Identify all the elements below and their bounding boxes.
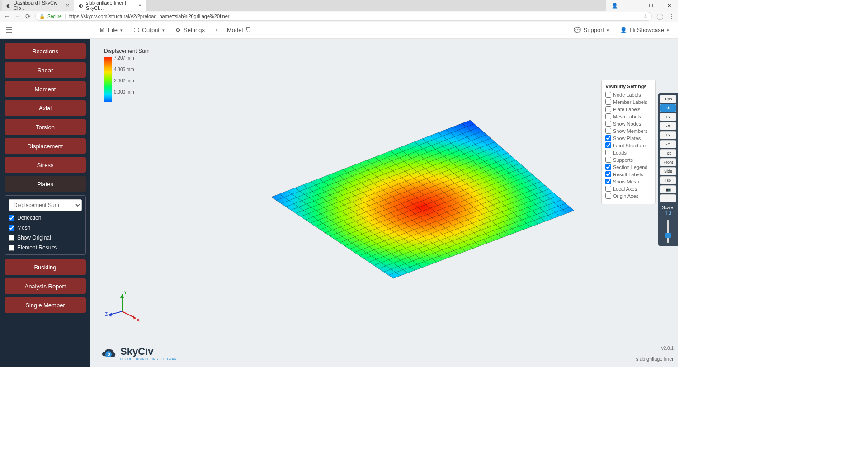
viewport-3d[interactable]: Displacement Sum 7.207 mm 4.805 mm 2.402… (90, 39, 678, 367)
file-menu[interactable]: 🗎File▾ (99, 27, 123, 33)
visibility-check-mesh-labels[interactable]: Mesh Labels (605, 113, 651, 119)
person-icon[interactable]: 👤 (606, 3, 624, 9)
visibility-check-loads[interactable]: Loads (605, 150, 651, 155)
scale-label: Scale: (659, 205, 677, 210)
visibility-check-show-members[interactable]: Show Members (605, 128, 651, 134)
monitor-icon: 🖵 (133, 27, 139, 33)
sidebar-item-buckling[interactable]: Buckling (5, 259, 86, 275)
secure-label: Secure (47, 14, 62, 19)
app-toolbar: ☰ 🗎File▾ 🖵Output▾ ⚙Settings ⟵Model⛉ 💬Sup… (0, 22, 678, 39)
version-label: v2.0.1 (661, 346, 674, 351)
browser-tab[interactable]: ◐ slab grillage finer | SkyCi… × (74, 0, 146, 11)
view-top-button[interactable]: Top (660, 149, 676, 157)
wireframe-button[interactable]: ⬚ (660, 194, 676, 202)
window-controls: 👤 — ☐ ✕ (606, 0, 678, 11)
visibility-check-origin-axes[interactable]: Origin Axes (605, 193, 651, 199)
result-type-select[interactable]: Displacement Sum (9, 199, 82, 211)
view-minus-x-button[interactable]: -X (660, 122, 676, 130)
view-front-button[interactable]: Front (660, 158, 676, 166)
sidebar-item-torsion[interactable]: Torsion (5, 119, 86, 135)
sidebar-item-reactions[interactable]: Reactions (5, 43, 86, 59)
svg-text:Y: Y (124, 290, 127, 295)
scale-slider[interactable] (659, 218, 677, 245)
sidebar-item-moment[interactable]: Moment (5, 81, 86, 97)
view-plus-y-button[interactable]: +Y (660, 131, 676, 139)
view-plus-x-button[interactable]: +X (660, 113, 676, 121)
output-menu[interactable]: 🖵Output▾ (133, 27, 165, 33)
sidebar-item-axial[interactable]: Axial (5, 100, 86, 116)
hamburger-icon[interactable]: ☰ (0, 22, 18, 39)
model-menu[interactable]: ⟵Model⛉ (216, 27, 251, 33)
visibility-check-member-labels[interactable]: Member Labels (605, 99, 651, 105)
camera-icon: 📷 (666, 187, 671, 192)
sidebar-item-analysis-report[interactable]: Analysis Report (5, 278, 86, 294)
forward-button[interactable]: → (14, 13, 21, 20)
screenshot-button[interactable]: 📷 (660, 185, 676, 193)
check-show-original[interactable]: Show Original (9, 235, 82, 241)
visibility-check-section-legend[interactable]: Section Legend (605, 164, 651, 170)
logo-tagline: CLOUD ENGINEERING SOFTWARE (120, 357, 179, 361)
support-menu[interactable]: 💬Support▾ (574, 27, 609, 33)
visibility-check-show-nodes[interactable]: Show Nodes (605, 121, 651, 127)
view-minus-y-button[interactable]: -Y (660, 140, 676, 148)
close-button[interactable]: ✕ (660, 3, 678, 9)
bridge-icon: ⛉ (245, 27, 251, 33)
browser-tab[interactable]: ◐ Dashboard | SkyCiv Clo… × (2, 0, 74, 11)
settings-menu[interactable]: ⚙Settings (175, 27, 205, 33)
visibility-check-supports[interactable]: Supports (605, 157, 651, 163)
visibility-title: Visibility Settings (605, 84, 651, 89)
minimize-button[interactable]: — (624, 3, 642, 8)
user-menu[interactable]: 👤Hi Showcase▾ (620, 27, 669, 33)
cloud-icon (99, 346, 118, 361)
view-side-button[interactable]: Side (660, 167, 676, 175)
sidebar-item-stress[interactable]: Stress (5, 157, 86, 173)
url-input[interactable]: 🔒 Secure | https://skyciv.com/structural… (35, 12, 652, 21)
sidebar-item-plates[interactable]: Plates (5, 176, 86, 192)
sidebar-item-single-member[interactable]: Single Member (5, 297, 86, 313)
visibility-check-show-plates[interactable]: Show Plates (605, 135, 651, 141)
user-icon: 👤 (620, 27, 627, 33)
skyciv-logo: SkyCiv CLOUD ENGINEERING SOFTWARE (99, 346, 179, 361)
close-icon[interactable]: × (138, 2, 142, 9)
svg-text:X: X (137, 318, 140, 323)
chevron-down-icon: ▾ (607, 28, 609, 33)
check-element-results[interactable]: Element Results (9, 244, 82, 251)
visibility-check-faint-structure[interactable]: Faint Structure (605, 142, 651, 148)
view-toolbar: Tips 👁 +X -X +Y -Y Top Front Side Iso 📷 … (658, 93, 678, 246)
visibility-check-local-axes[interactable]: Local Axes (605, 186, 651, 192)
results-sidebar: Reactions Shear Moment Axial Torsion Dis… (0, 39, 90, 367)
svg-marker-56 (120, 294, 124, 298)
svg-point-62 (105, 351, 112, 357)
chevron-down-icon: ▾ (120, 28, 123, 33)
visibility-check-node-labels[interactable]: Node Labels (605, 92, 651, 98)
reload-button[interactable]: ⟳ (25, 13, 31, 20)
extension-icon[interactable]: ◯ (656, 13, 664, 20)
sidebar-item-displacement[interactable]: Displacement (5, 138, 86, 154)
menu-icon[interactable]: ⋮ (668, 13, 675, 20)
visibility-check-plate-labels[interactable]: Plate Labels (605, 106, 651, 112)
file-icon: 🗎 (99, 27, 105, 33)
sidebar-item-shear[interactable]: Shear (5, 62, 86, 78)
address-bar: ← → ⟳ 🔒 Secure | https://skyciv.com/stru… (0, 11, 678, 22)
view-iso-button[interactable]: Iso (660, 176, 676, 184)
tab-favicon: ◐ (6, 3, 11, 9)
star-icon[interactable]: ☆ (643, 14, 648, 19)
svg-text:Z: Z (105, 312, 108, 317)
tips-button[interactable]: Tips (660, 95, 676, 103)
url-text: https://skyciv.com/structural/v2/?preloa… (69, 14, 230, 19)
check-deflection[interactable]: Deflection (9, 215, 82, 221)
close-icon[interactable]: × (66, 2, 69, 9)
chat-icon: 💬 (574, 27, 581, 33)
chevron-down-icon: ▾ (162, 28, 165, 33)
browser-chrome: ◐ Dashboard | SkyCiv Clo… × ◐ slab grill… (0, 0, 678, 22)
legend-ticks: 7.207 mm 4.805 mm 2.402 mm 0.000 mm (114, 56, 134, 101)
eye-icon: 👁 (666, 106, 670, 110)
check-mesh[interactable]: Mesh (9, 225, 82, 231)
project-name-label: slab grillage finer (636, 356, 674, 362)
scale-value: 1.3 (659, 211, 677, 216)
visibility-check-result-labels[interactable]: Result Labels (605, 171, 651, 177)
visibility-check-show-mesh[interactable]: Show Mesh (605, 179, 651, 184)
visibility-toggle-button[interactable]: 👁 (660, 104, 676, 112)
maximize-button[interactable]: ☐ (642, 3, 660, 9)
back-button[interactable]: ← (4, 13, 10, 20)
